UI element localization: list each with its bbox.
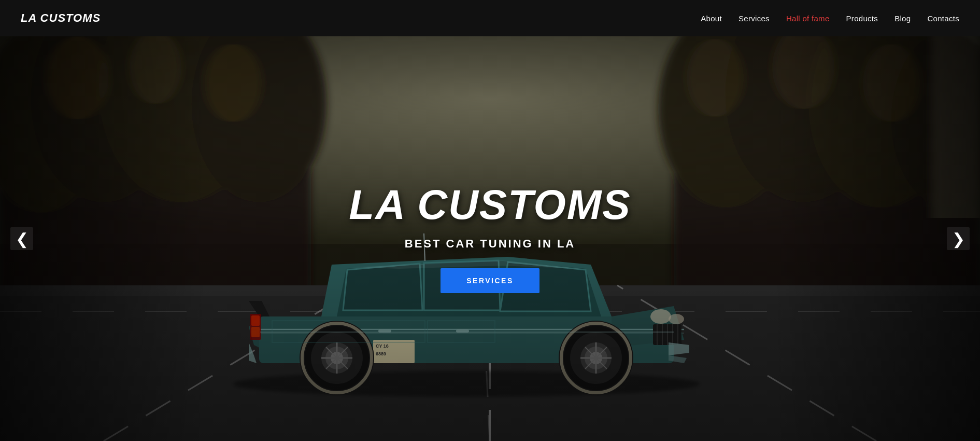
hero-section: CY 16 6889 <box>0 36 980 441</box>
nav-item-contacts[interactable]: Contacts <box>927 14 959 23</box>
nav-item-blog[interactable]: Blog <box>894 14 911 23</box>
nav-item-hall-of-fame[interactable]: Hall of fame <box>786 14 830 23</box>
nav-item-services[interactable]: Services <box>738 14 770 23</box>
nav-item-about[interactable]: About <box>701 14 722 23</box>
logo[interactable]: LA CUSTOMS <box>21 11 101 25</box>
nav-item-products[interactable]: Products <box>846 14 878 23</box>
slider-next-button[interactable]: ❯ <box>947 227 970 250</box>
hero-content: LA CUSTOMS BEST CAR TUNING IN LA SERVICE… <box>0 36 980 441</box>
slider-prev-button[interactable]: ❮ <box>10 227 33 250</box>
hero-cta-button[interactable]: SERVICES <box>441 268 539 293</box>
main-nav: About Services Hall of fame Products Blo… <box>701 14 959 23</box>
site-header: LA CUSTOMS About Services Hall of fame P… <box>0 0 980 36</box>
hero-subtitle: BEST CAR TUNING IN LA <box>405 237 575 251</box>
hero-title: LA CUSTOMS <box>349 184 631 226</box>
